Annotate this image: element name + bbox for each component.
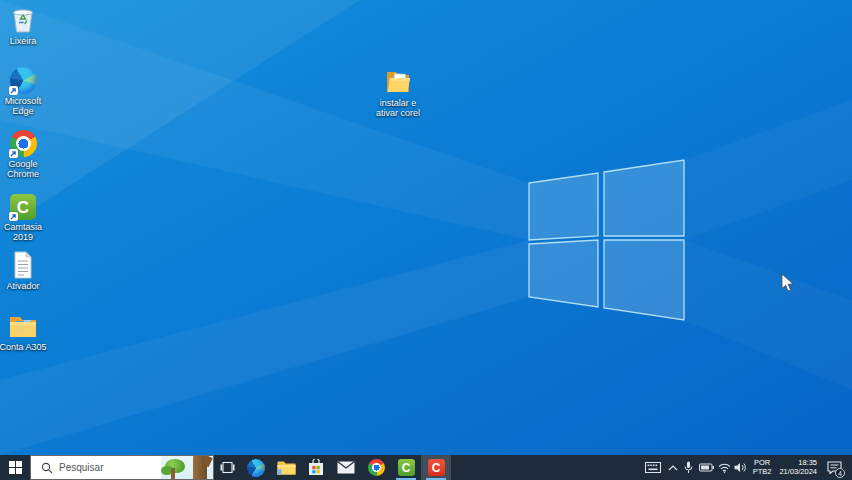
windows-start-icon [9, 461, 22, 474]
desktop-icon-instalar-corel[interactable]: instalar e ativar corel [366, 66, 430, 118]
keyboard-layout: PTB2 [753, 468, 772, 477]
chrome-icon [10, 127, 37, 157]
edge-icon [10, 64, 37, 94]
search-highlight-image[interactable] [161, 456, 213, 479]
desktop-icon-label: Microsoft Edge [0, 97, 52, 116]
desktop-icon-recycle-bin[interactable]: Lixeira [0, 4, 55, 47]
camtasia-icon: C [398, 459, 415, 476]
desktop-icon-label: Camtasia 2019 [0, 223, 52, 242]
chevron-up-icon [668, 465, 678, 471]
desktop-icon-conta-folder[interactable]: Conta A305 [0, 310, 55, 353]
action-center-button[interactable]: 4 [821, 455, 847, 480]
chrome-icon [368, 459, 385, 476]
clock-date: 21/03/2024 [779, 468, 817, 477]
task-view-button[interactable] [214, 455, 241, 480]
taskbar-app-corel[interactable]: C [421, 455, 451, 480]
taskbar-app-store[interactable] [301, 455, 331, 480]
taskbar-app-chrome[interactable] [361, 455, 391, 480]
shortcut-arrow-icon [9, 149, 18, 158]
notification-count-badge: 4 [835, 468, 845, 478]
wifi-tray-button[interactable] [717, 455, 733, 480]
desktop-icon-label: Google Chrome [0, 160, 52, 179]
desktop-area[interactable]: Lixeira Microsoft Edge Google Chrome C [0, 0, 852, 455]
microphone-tray-button[interactable] [681, 455, 697, 480]
start-button[interactable] [0, 455, 30, 480]
desktop-icon-label: Lixeira [10, 37, 37, 47]
system-tray: POR PTB2 18:35 21/03/2024 4 [641, 455, 852, 480]
microphone-icon [684, 461, 693, 474]
edge-icon [247, 459, 265, 477]
shortcut-arrow-icon [9, 212, 18, 221]
task-view-icon [220, 461, 235, 474]
mouse-cursor [781, 273, 795, 293]
taskbar-app-file-explorer[interactable] [271, 455, 301, 480]
battery-icon [699, 463, 714, 472]
hidden-icons-chevron[interactable] [665, 455, 681, 480]
desktop-icon-chrome[interactable]: Google Chrome [0, 127, 55, 179]
desktop-icon-camtasia[interactable]: C Camtasia 2019 [0, 190, 55, 242]
search-icon [41, 462, 53, 474]
corel-icon: C [428, 459, 445, 476]
taskbar-app-edge[interactable] [241, 455, 271, 480]
text-document-icon [12, 249, 34, 279]
taskbar-search[interactable] [30, 455, 214, 480]
volume-tray-button[interactable] [733, 455, 749, 480]
microsoft-store-icon [308, 459, 324, 476]
wifi-icon [718, 463, 731, 473]
shortcut-arrow-icon [9, 86, 18, 95]
search-input[interactable] [59, 462, 154, 473]
desktop-icon-label: Ativador [6, 282, 39, 292]
battery-tray-button[interactable] [697, 455, 717, 480]
desktop-icon-ativador[interactable]: Ativador [0, 249, 55, 292]
taskbar-app-camtasia[interactable]: C [391, 455, 421, 480]
taskbar-clock[interactable]: 18:35 21/03/2024 [775, 459, 821, 476]
desktop-icon-label: Conta A305 [0, 343, 47, 353]
open-folder-icon [383, 66, 413, 96]
language-indicator[interactable]: POR PTB2 [749, 459, 776, 476]
folder-icon [8, 310, 38, 340]
recycle-bin-icon [10, 4, 36, 34]
camtasia-icon: C [10, 190, 36, 220]
desktop-icon-label: instalar e ativar corel [369, 99, 427, 118]
taskbar: C C [0, 455, 852, 480]
touch-keyboard-icon [645, 462, 661, 473]
touch-keyboard-button[interactable] [641, 455, 665, 480]
windows-desktop: { "desktop": { "icons": [ {"label": "Lix… [0, 0, 852, 480]
taskbar-app-mail[interactable] [331, 455, 361, 480]
file-explorer-icon [277, 460, 296, 476]
desktop-icon-edge[interactable]: Microsoft Edge [0, 64, 55, 116]
speaker-icon [734, 462, 747, 473]
mail-icon [337, 461, 355, 474]
